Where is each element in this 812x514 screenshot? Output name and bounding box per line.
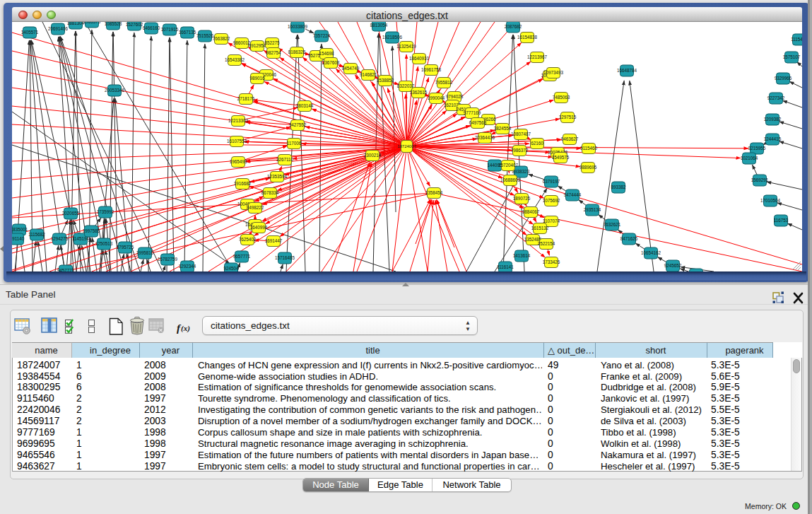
svg-text:(x): (x) [181,324,190,333]
svg-text:9463627: 9463627 [561,136,579,141]
svg-text:16961758: 16961758 [421,67,442,72]
svg-text:10973493: 10973493 [543,70,564,75]
svg-text:11325419: 11325419 [396,44,416,49]
svg-text:1085528: 1085528 [105,22,122,26]
svg-text:1990044: 1990044 [428,95,445,100]
svg-text:3824554: 3824554 [494,126,512,131]
svg-text:7485063: 7485063 [553,95,570,100]
svg-text:8454749: 8454749 [342,66,360,71]
svg-text:1294275: 1294275 [51,236,69,241]
svg-text:893382: 893382 [611,185,626,189]
svg-text:8498222: 8498222 [247,205,264,210]
svg-text:9227342: 9227342 [767,95,785,100]
svg-text:9146821: 9146821 [360,72,377,77]
svg-text:1965375: 1965375 [83,22,101,24]
svg-text:1549575: 1549575 [552,155,570,160]
svg-text:7663822: 7663822 [213,36,230,41]
svg-text:18724007: 18724007 [397,144,416,148]
svg-text:7515526: 7515526 [196,33,214,38]
svg-text:1115682: 1115682 [28,232,45,237]
svg-text:8322037: 8322037 [397,83,415,88]
svg-text:1413614: 1413614 [513,253,531,258]
svg-text:9777169: 9777169 [464,110,481,115]
svg-text:1995810: 1995810 [136,250,154,255]
svg-text:1733426: 1733426 [543,259,560,264]
svg-text:9884067: 9884067 [522,209,540,214]
svg-text:1735992: 1735992 [97,209,114,214]
svg-text:1405571: 1405571 [21,30,39,35]
svg-text:2803144: 2803144 [296,103,314,108]
svg-text:1691447: 1691447 [265,238,283,243]
svg-text:10688609: 10688609 [500,177,521,182]
svg-text:1362615: 1362615 [410,90,428,95]
svg-text:19218506: 19218506 [382,35,403,40]
svg-text:1075692: 1075692 [543,198,560,203]
svg-text:6497568: 6497568 [469,120,487,125]
svg-text:2020655: 2020655 [62,211,80,216]
svg-text:1527602: 1527602 [126,22,143,27]
svg-text:9457771: 9457771 [57,268,75,271]
svg-text:8678334: 8678334 [261,190,279,195]
svg-text:1116141: 1116141 [497,264,514,269]
svg-text:1250513: 1250513 [95,241,113,246]
svg-text:982754: 982754 [266,50,281,55]
svg-text:1297515: 1297515 [559,115,577,119]
svg-text:12353594: 12353594 [267,174,288,179]
svg-text:15720407: 15720407 [498,163,519,168]
svg-text:16543382: 16543382 [225,57,245,62]
svg-text:20053346: 20053346 [105,88,125,93]
svg-text:8471626: 8471626 [620,236,638,241]
svg-text:12213967: 12213967 [527,54,548,59]
svg-text:1107074: 1107074 [543,218,560,223]
svg-text:852275: 852275 [264,40,280,45]
svg-text:1667135: 1667135 [179,30,196,35]
svg-text:391140: 391140 [12,236,25,241]
svg-text:1835001: 1835001 [12,227,28,232]
svg-text:1244415: 1244415 [764,136,782,141]
svg-text:1209382: 1209382 [764,117,782,122]
svg-text:1881304: 1881304 [67,22,85,25]
svg-text:7625402: 7625402 [239,237,257,242]
svg-text:7955812: 7955812 [435,80,453,85]
svg-text:9657771: 9657771 [233,254,251,259]
svg-text:924504: 924504 [223,266,239,271]
svg-text:6466160: 6466160 [143,25,160,30]
svg-text:7632621: 7632621 [604,222,621,227]
svg-text:8912954: 8912954 [249,43,266,48]
svg-text:1569291: 1569291 [751,177,769,182]
svg-text:12213303: 12213303 [228,118,249,123]
svg-text:1997585: 1997585 [83,228,100,233]
svg-text:1615132: 1615132 [531,226,549,230]
svg-text:3267110: 3267110 [276,157,294,162]
svg-text:16782759: 16782759 [158,257,178,262]
svg-text:16033809: 16033809 [288,24,308,29]
svg-text:20364436: 20364436 [475,135,495,140]
svg-text:20691406: 20691406 [48,26,69,31]
svg-text:16648784: 16648784 [617,68,637,73]
svg-text:9245652: 9245652 [664,263,682,268]
svg-text:9427552: 9427552 [289,122,307,127]
svg-text:10654162: 10654162 [641,250,661,255]
svg-text:8813054: 8813054 [370,23,388,28]
svg-text:9889695: 9889695 [579,165,597,170]
svg-text:989016: 989016 [249,76,265,81]
svg-text:116753: 116753 [774,218,789,223]
svg-text:1115401: 1115401 [791,37,802,42]
svg-text:2935134: 2935134 [584,207,601,212]
svg-text:2367608: 2367608 [322,60,340,65]
svg-text:1795725: 1795725 [117,245,134,250]
svg-text:16154838: 16154838 [517,35,538,40]
svg-text:16107553: 16107553 [227,139,247,144]
svg-text:9794028: 9794028 [446,94,464,99]
svg-text:117006: 117006 [287,141,302,146]
svg-text:7357224: 7357224 [313,33,331,38]
svg-text:1640994: 1640994 [250,225,268,230]
svg-text:9474444: 9474444 [564,192,582,197]
svg-text:6379197: 6379197 [543,179,560,184]
svg-text:18640910: 18640910 [409,56,430,61]
svg-text:1575107: 1575107 [783,54,801,59]
svg-text:7986372: 7986372 [511,148,529,153]
svg-text:9115460: 9115460 [580,146,598,151]
svg-text:1916682: 1916682 [234,181,252,186]
svg-text:1965493: 1965493 [230,159,247,164]
